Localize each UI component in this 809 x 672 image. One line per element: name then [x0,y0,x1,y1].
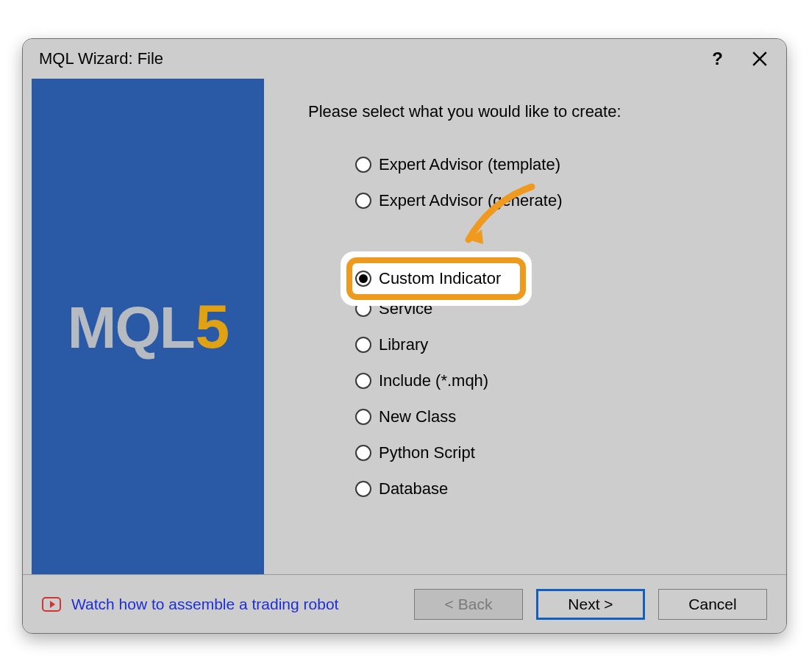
content-panel: Please select what you would like to cre… [264,79,786,574]
tutorial-link[interactable]: Watch how to assemble a trading robot [71,596,338,613]
option-label: Custom Indicator [379,269,501,288]
wizard-button-row: < Back Next > Cancel [414,589,767,620]
mql5-logo: MQL 5 [68,291,228,362]
back-button: < Back [414,589,523,620]
cancel-button[interactable]: Cancel [658,589,767,620]
radio-icon [355,445,371,461]
radio-icon [355,193,371,209]
logo-text-mql: MQL [68,294,194,362]
radio-icon [355,481,371,497]
option-label: New Class [379,407,456,426]
window-title: MQL Wizard: File [39,49,163,68]
option-custom-indicator[interactable]: Custom Indicator [355,267,501,290]
mql-wizard-dialog: MQL Wizard: File ? MQL 5 Please select w… [22,38,787,634]
option-library[interactable]: Library [355,326,779,362]
prompt-text: Please select what you would like to cre… [308,102,779,121]
tutorial-link-row: Watch how to assemble a trading robot [42,596,338,613]
option-database[interactable]: Database [355,471,779,507]
option-label: Python Script [379,443,475,462]
option-service[interactable]: Service [355,290,779,326]
sidebar-panel: MQL 5 [32,79,264,574]
help-icon[interactable]: ? [712,49,723,69]
option-label: Database [379,479,448,498]
bottombar: Watch how to assemble a trading robot < … [23,574,786,633]
play-icon [42,597,61,612]
logo-text-5: 5 [196,291,229,362]
option-new-class[interactable]: New Class [355,398,779,435]
radio-icon [355,373,371,389]
radio-icon [355,409,371,425]
radio-icon [355,157,371,173]
radio-icon [355,337,371,353]
option-label: Expert Advisor (generate) [379,191,562,210]
option-list: Expert Advisor (template) Expert Advisor… [308,146,779,507]
dialog-body: MQL 5 Please select what you would like … [23,79,786,574]
radio-icon [355,301,371,317]
option-expert-generate[interactable]: Expert Advisor (generate) [355,182,779,218]
option-label: Expert Advisor (template) [379,155,560,174]
titlebar-controls: ? [712,39,770,79]
radio-icon [355,271,371,287]
option-label: Library [379,335,428,354]
option-label: Service [379,299,432,318]
option-expert-template[interactable]: Expert Advisor (template) [355,146,779,182]
option-include[interactable]: Include (*.mqh) [355,362,779,398]
close-icon[interactable] [749,49,770,69]
option-label: Include (*.mqh) [379,371,488,390]
next-button[interactable]: Next > [536,589,645,620]
titlebar: MQL Wizard: File ? [23,39,786,79]
option-python-script[interactable]: Python Script [355,435,779,471]
